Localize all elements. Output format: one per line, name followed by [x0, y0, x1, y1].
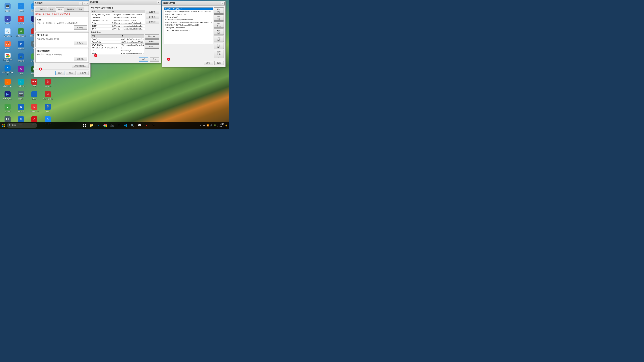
sys-props-apply-btn[interactable]: 应用(A) [77, 71, 89, 75]
desktop-icon-geek[interactable]: G geek.exe [15, 77, 27, 89]
user-var-row[interactable]: OneDriveConsumerC:\Users\liuguangle\OneD… [91, 19, 145, 22]
notification-icon[interactable]: 🔔 [225, 124, 228, 126]
edit-env-list-item[interactable]: %SystemRoot%\system32 [164, 13, 213, 15]
sys-vars-edit-btn[interactable]: 编辑(I)... [145, 39, 159, 43]
edit-env-close[interactable]: ✕ [221, 2, 224, 5]
taskbar-youdao[interactable]: Y [144, 122, 150, 128]
edit-env-list[interactable]: %JAVA_HOME%\bin%Program Files (x86)\VMwa… [164, 7, 213, 44]
taskbar-store[interactable]: 🛍 [150, 122, 156, 128]
taskbar-photo[interactable]: 🖼 [116, 122, 122, 128]
taskbar-task-view[interactable] [82, 122, 88, 128]
desktop-icon-everything[interactable]: 🔍 Everything [2, 27, 14, 38]
edit-env-list-item[interactable]: %SYSTEMROOT%\System32\WindowsPowerShell\… [164, 21, 213, 24]
desktop-icon-network-debug[interactable]: 网 网络调试助手 [15, 27, 27, 38]
taskbar-search[interactable]: 🔍 [7, 123, 37, 128]
desktop-icon-tencent-video2[interactable]: 腾 腾讯会议 [15, 39, 27, 51]
startup-settings-btn[interactable]: 设置(T)... [74, 57, 87, 61]
tray-network[interactable]: 📶 [206, 124, 209, 126]
edit-env-list-item[interactable]: %Program Files (x86)\VMware\VMware Works… [164, 10, 213, 13]
taskbar-wechat[interactable]: 💬 [136, 122, 142, 128]
sys-var-row[interactable]: OSWindows_NT [91, 49, 144, 52]
desktop-icon-jd-read[interactable]: 京 京东读书 [42, 77, 54, 89]
sys-var-row[interactable]: PathC:\Program Files\Java\jdk-21\bin;C:\… [91, 52, 144, 55]
edit-env-list-item[interactable]: %JAVA_HOME%\bin [164, 7, 213, 10]
sys-props-confirm-btn[interactable]: 确定 [55, 71, 65, 75]
desktop-icon-youdao[interactable]: 译 网易有道翻译 [42, 90, 54, 101]
edit-env-up-btn[interactable]: 上移(U) [214, 35, 224, 42]
tray-volume[interactable]: 🔊 [210, 124, 212, 126]
edit-env-edit-btn[interactable]: 编辑(E) [214, 14, 224, 21]
taskbar-search2[interactable]: 🔍 [130, 122, 136, 128]
taskbar-camera[interactable]: 📷 [109, 122, 115, 128]
sys-var-row[interactable]: DriverDataC:\Windows\System32\Drivers\Dr… [91, 41, 144, 43]
desktop-icon-dianuo[interactable]: D dianuo [2, 14, 14, 26]
edit-env-list-item[interactable]: %SYSTEMROOT%\System32\OpenSSH\ [164, 24, 213, 26]
edit-env-text-btn[interactable]: 编辑文本(T)... [214, 50, 224, 58]
edit-env-cancel-btn[interactable]: 取消 [214, 61, 224, 65]
user-vars-new-btn[interactable]: 新建(N)... [146, 10, 159, 14]
desktop-icon-mindmana[interactable]: M MindMana... [2, 77, 14, 89]
edit-env-delete-btn[interactable]: 删除(D) [214, 28, 224, 35]
edit-env-down-btn[interactable]: 下移(O) [214, 42, 224, 49]
desktop-icon-maono[interactable]: M Maono Link [28, 102, 40, 114]
user-vars-delete-btn[interactable]: 删除(D) [146, 20, 159, 24]
desktop-icon-pdf[interactable]: PDF PDF [28, 77, 40, 89]
edit-env-browse-btn[interactable]: 浏览(B)... [214, 21, 224, 28]
taskbar-edge2[interactable]: 🌐 [123, 122, 129, 128]
edit-env-new-btn[interactable]: 新建(N) [214, 7, 224, 13]
tab-system-protection[interactable]: 系统保护 [64, 7, 76, 11]
env-vars-btn[interactable]: 环境变量(N)... [72, 64, 89, 68]
desktop-icon-typora[interactable]: T Typora [15, 2, 27, 13]
tray-battery[interactable]: 🔋 [214, 124, 216, 126]
edit-env-list-item[interactable]: %SystemRoot% [164, 15, 213, 18]
desktop-icon-camera[interactable]: 📷 摄像头 [15, 90, 27, 101]
taskbar-chrome-open[interactable] [102, 122, 108, 128]
desktop-icon-computer[interactable]: 💻 此电脑 [2, 2, 14, 13]
sys-props-maximize[interactable]: □ [82, 2, 86, 5]
performance-settings-btn[interactable]: 设置(S)... [74, 25, 87, 30]
desktop-icon-jinshan-meeting[interactable]: 会 金山会议 [15, 102, 27, 114]
desktop-icon-chrome[interactable]: Google Chrome [2, 52, 14, 64]
taskbar-file-explorer[interactable]: 📁 [88, 122, 94, 128]
desktop-icon-edge[interactable]: e Microsoft Edge [2, 64, 14, 76]
user-var-row[interactable]: OneDriveC:\Users\liuguangle\OneDrive [91, 16, 145, 19]
tray-expand[interactable]: ∧ [200, 124, 201, 126]
sys-var-row[interactable]: NUMBER_OF_PROCESSORS24 [91, 46, 144, 49]
desktop-icon-keyin[interactable]: 刻 刻印影像 [15, 14, 27, 26]
desktop-icon-thunder[interactable]: 迅 迅雷 [42, 102, 54, 114]
tab-advanced[interactable]: 高级 [56, 7, 64, 11]
user-profiles-settings-btn[interactable]: 设置(E)... [74, 41, 87, 45]
user-var-row[interactable]: TMPC:\Users\liuguangle\AppData\Local\Tem… [91, 27, 145, 30]
sys-var-row[interactable]: JAVA_HOMEC:\Program Files\Java\jdk-21 [91, 43, 144, 46]
tab-remote[interactable]: 远程 [76, 7, 84, 11]
desktop-icon-hang[interactable]: 行 行行 [15, 64, 27, 76]
sys-props-cancel-btn[interactable]: 取消 [66, 71, 76, 75]
env-vars-cancel-btn[interactable]: 取消 [150, 57, 159, 61]
sys-var-row[interactable]: ComSpecC:\WINDOWS\system32\cmd.exe [91, 38, 144, 41]
start-button[interactable] [1, 123, 6, 128]
desktop-icon-potplayer[interactable]: ▶ PotPlayer... [2, 90, 14, 101]
desktop-icon-listary[interactable]: L Listary [28, 90, 40, 101]
tab-computer-name[interactable]: 计算机名 [36, 7, 47, 11]
env-vars-close[interactable]: ✕ [157, 1, 160, 4]
user-var-row[interactable]: PathC:\Users\liuguangle\AppData\Local\Mi… [91, 22, 145, 25]
sys-vars-table-wrap[interactable]: 变量 值 ComSpecC:\WINDOWS\system32\cmd.exeD… [91, 34, 144, 54]
sys-props-minimize[interactable]: ─ [79, 2, 82, 5]
search-input[interactable] [12, 124, 34, 126]
desktop-icon-tv[interactable]: 📺 电视直播 [15, 52, 27, 64]
tab-hardware[interactable]: 硬件 [48, 7, 56, 11]
desktop-icon-firefox[interactable]: 🦊 Firefox [2, 39, 14, 51]
sys-vars-new-btn[interactable]: 新建(W)... [145, 34, 159, 38]
user-vars-table-wrap[interactable]: 变量 值 MOZ_PLUGIN_PATHC:\Program Files (x8… [91, 10, 145, 30]
user-vars-edit-btn[interactable]: 编辑(E)... [146, 15, 159, 19]
sys-vars-delete-btn[interactable]: 删除(L) [145, 44, 159, 49]
edit-env-list-item[interactable]: C:\Program Files\Tencent\QQNT [164, 29, 213, 32]
edit-env-list-item[interactable]: %SystemRoot%\System32\Wbem [164, 18, 213, 21]
clock[interactable]: 14:27 2024/1/2 [217, 123, 224, 128]
edit-env-confirm-btn[interactable]: 确定 [204, 61, 213, 65]
env-vars-confirm-btn[interactable]: 确定 [139, 57, 148, 61]
edit-env-list-item[interactable]: C:\Program Files\dotnet\ [164, 26, 213, 29]
desktop-icon-qq-music[interactable]: Q QQ音乐 [2, 102, 14, 114]
user-var-row[interactable]: MOZ_PLUGIN_PATHC:\Program Files (x86)\Fo… [91, 13, 145, 16]
user-var-row[interactable]: TEMPC:\Users\liuguangle\AppData\Local\Te… [91, 25, 145, 27]
